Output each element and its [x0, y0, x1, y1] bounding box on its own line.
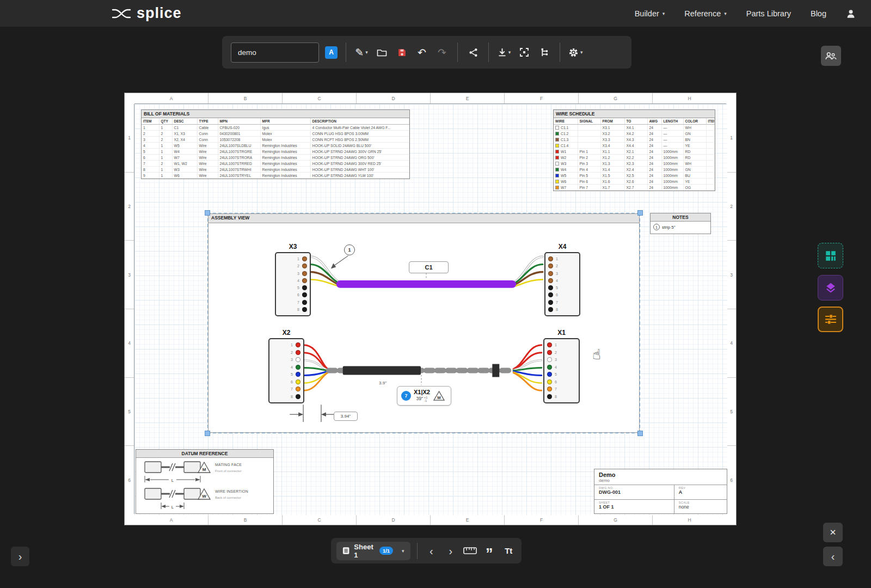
- download-icon: [498, 48, 507, 57]
- bom-title: BILL OF MATERIALS: [142, 110, 409, 118]
- save-button[interactable]: [395, 43, 409, 62]
- pin: 8: [548, 307, 576, 312]
- next-sheet-button[interactable]: ›: [443, 543, 458, 559]
- table-cell: X1.2: [600, 155, 624, 161]
- close-panel-button[interactable]: ✕: [823, 523, 843, 542]
- expand-left-button[interactable]: ›: [11, 547, 29, 566]
- grid-blocks-icon: [825, 250, 837, 262]
- sheet-selector-button[interactable]: Sheet 1 1/1 ▾: [336, 542, 410, 560]
- layers-panel-button[interactable]: [818, 275, 843, 301]
- table-cell: Remington Industries: [260, 173, 310, 179]
- pin: 2: [548, 264, 576, 268]
- table-cell: W7: [172, 155, 197, 161]
- splice-logo-icon: [112, 7, 131, 20]
- callout-text: X1|X2 39" +1-1: [414, 389, 430, 402]
- parts-panel-button[interactable]: [818, 243, 843, 268]
- table-cell: 24: [647, 179, 661, 185]
- pin: 7: [547, 387, 576, 391]
- datum-diagram-mating: L: [144, 460, 201, 485]
- table-cell: 5: [142, 149, 159, 155]
- table-row: W4Pin 4X1.4X2.4241000mmGN: [554, 167, 715, 173]
- text-tool-button[interactable]: Tt: [501, 543, 516, 559]
- wire-schedule-table[interactable]: WIRE SCHEDULE WIRE SIGNALFROMTOAWGLENGTH…: [553, 109, 715, 191]
- table-row: 11C1CableCFBUS-020Igus4 Conductor Multi-…: [142, 125, 409, 131]
- table-cell: [706, 125, 715, 131]
- connector-x2[interactable]: X2 1 2 3 4 5 6 7 8: [268, 338, 304, 403]
- wire-color-swatch: [555, 174, 559, 177]
- fit-view-button[interactable]: [517, 43, 531, 62]
- nav-builder[interactable]: Builder▾: [635, 9, 665, 18]
- settings-button[interactable]: ▾: [568, 43, 583, 62]
- nav-reference[interactable]: Reference▾: [684, 9, 726, 18]
- collapse-right-button[interactable]: ‹: [823, 547, 843, 566]
- assembly-view-selection[interactable]: ASSEMBLY VIEW: [207, 213, 640, 433]
- table-cell: 1000mm: [661, 185, 683, 191]
- balloon-note-1[interactable]: 1: [344, 244, 355, 255]
- assembly-view[interactable]: ASSEMBLY VIEW: [208, 214, 639, 432]
- undo-button[interactable]: ↶: [415, 43, 429, 62]
- hierarchy-button[interactable]: [537, 43, 551, 62]
- export-button[interactable]: ▾: [497, 43, 511, 62]
- connector-x4[interactable]: X4 1 2 3 4 5 6 7 8: [544, 252, 580, 316]
- splice-logo[interactable]: splice: [112, 5, 182, 22]
- title-block-name: Demo demo: [594, 469, 727, 485]
- prev-sheet-button[interactable]: ‹: [424, 543, 439, 559]
- table-cell: OG: [683, 185, 706, 191]
- drawing-canvas[interactable]: BILL OF MATERIALS ITEMQTYDESCTYPEMPNMFRD…: [134, 104, 727, 515]
- selection-handle[interactable]: [637, 210, 643, 216]
- datum-reference-box[interactable]: DATUM REFERENCE L M: [136, 449, 274, 514]
- bom-table[interactable]: BILL OF MATERIALS ITEMQTYDESCTYPEMPNMFRD…: [141, 109, 410, 179]
- selection-handle[interactable]: [205, 210, 210, 216]
- pin-dot: [302, 264, 307, 268]
- selection-handle[interactable]: [637, 431, 643, 436]
- cable-c1-label[interactable]: C1: [409, 261, 449, 273]
- ruler-icon: [463, 547, 477, 555]
- properties-panel-button[interactable]: [818, 307, 843, 332]
- chevron-down-icon: ▾: [580, 50, 583, 55]
- collaborators-button[interactable]: [821, 46, 841, 66]
- pin: 8: [272, 394, 300, 399]
- notes-box[interactable]: NOTES 1 strip 5": [650, 213, 711, 234]
- pin-dot: [548, 285, 553, 290]
- table-cell: 24: [647, 185, 661, 191]
- title-block[interactable]: Demo demo DWG NO. DWG-001 REV A SHEET 1 …: [594, 469, 727, 514]
- nav-blog[interactable]: Blog: [811, 9, 826, 18]
- wire-cell: W2: [554, 155, 578, 161]
- pin: 4: [548, 278, 576, 283]
- connector-label: X4: [545, 243, 579, 250]
- share-icon: [469, 48, 478, 57]
- text-icon: Tt: [505, 546, 512, 555]
- pin: 3: [279, 271, 307, 276]
- table-row: 22X1, X3Conn0430200801MolexCONN PLUG HSG…: [142, 131, 409, 137]
- redo-button[interactable]: ↷: [435, 43, 449, 62]
- note-tool-button[interactable]: ”: [482, 543, 496, 559]
- table-cell: [706, 155, 715, 161]
- connector-x3[interactable]: X3 1 2 3 4 5 6 7 8: [275, 252, 311, 316]
- undo-icon: ↶: [418, 47, 426, 58]
- table-cell: Cable: [197, 125, 218, 131]
- filename-input[interactable]: [231, 42, 319, 63]
- table-cell: 24: [647, 143, 661, 149]
- pin: 5: [547, 372, 576, 377]
- connector-label: X2: [269, 329, 303, 336]
- table-cell: Wire: [197, 143, 218, 149]
- nav-parts-library[interactable]: Parts Library: [746, 9, 791, 18]
- share-button[interactable]: [466, 43, 480, 62]
- pin-dot: [547, 372, 552, 377]
- table-row: W3Pin 3X1.3X2.3241000mmWH: [554, 161, 715, 167]
- selection-handle[interactable]: [205, 431, 210, 436]
- table-cell: TO: [624, 118, 647, 125]
- edit-tool-button[interactable]: ✎ ▾: [354, 43, 369, 62]
- chevron-down-icon: ▾: [508, 50, 511, 55]
- table-cell: 6: [142, 155, 159, 161]
- datum-title: DATUM REFERENCE: [136, 450, 273, 458]
- length-callout[interactable]: 7 X1|X2 39" +1-1 M: [397, 386, 451, 406]
- connector-label: X3: [276, 243, 310, 250]
- pin-dot: [548, 278, 553, 283]
- open-file-button[interactable]: [375, 43, 389, 62]
- connector-x1[interactable]: X1 1 2 3 4 5 6 7 8: [543, 338, 580, 403]
- pin-dot: [547, 394, 552, 399]
- table-row: 41W5Wire24UL1007SLDBLURemington Industri…: [142, 143, 409, 149]
- dimension-tool-button[interactable]: [463, 543, 477, 559]
- user-account-button[interactable]: [846, 9, 856, 19]
